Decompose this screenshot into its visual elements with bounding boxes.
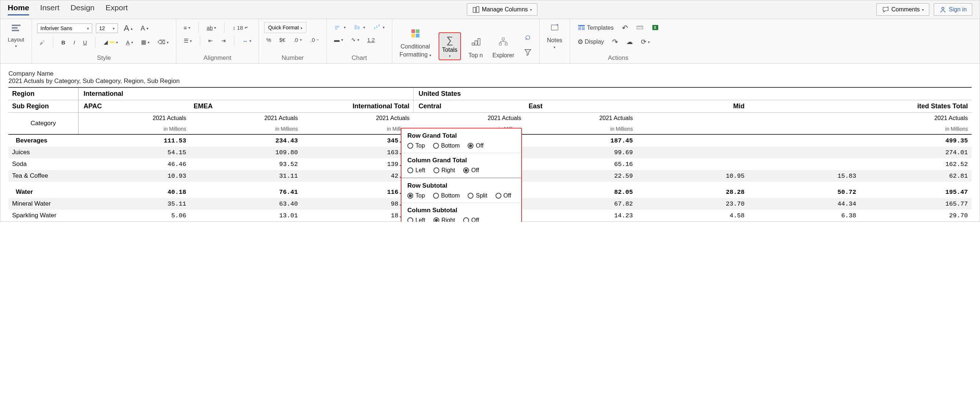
indent-button[interactable]: ⇥ xyxy=(219,36,228,46)
tab-home[interactable]: Home xyxy=(8,3,29,16)
cloud-button[interactable]: ☁ xyxy=(624,36,635,48)
font-family-select[interactable]: Inforiver Sans▾ xyxy=(37,24,92,33)
horizontal-align-button[interactable]: ≡▾ xyxy=(181,23,192,32)
header-east[interactable]: East xyxy=(525,100,636,113)
percent-button[interactable]: % xyxy=(264,35,273,44)
inc-dec-icon: .0 xyxy=(293,37,298,43)
italic-button[interactable]: I xyxy=(71,38,77,47)
cell-value: 116.58 xyxy=(302,182,413,198)
notes-button[interactable]: + Notes ▾ xyxy=(545,22,565,51)
redo-button[interactable]: ↷ xyxy=(610,36,620,48)
header-central[interactable]: Central xyxy=(413,100,525,113)
ruler-button[interactable] xyxy=(634,22,646,34)
row-grand-top-option[interactable]: Top xyxy=(407,143,425,149)
cell-value: 109.80 xyxy=(190,146,302,158)
clear-button[interactable]: ⌫▾ xyxy=(155,38,171,47)
cell-value: 165.77 xyxy=(860,198,972,210)
header-apac[interactable]: APAC xyxy=(78,100,190,113)
topn-label: Top n xyxy=(468,52,483,59)
svg-text:+: + xyxy=(556,24,558,27)
metric-label: 2021 Actuals xyxy=(413,113,525,124)
kpi-button[interactable]: 1.2 xyxy=(365,35,377,44)
header-emea[interactable]: EMEA xyxy=(190,100,302,113)
cell-value: 28.28 xyxy=(636,182,748,198)
col-grand-right-option[interactable]: Right xyxy=(433,167,455,174)
cell-value: 5.06 xyxy=(78,210,190,221)
display-label: Display xyxy=(585,38,604,45)
row-sub-off-option[interactable]: Off xyxy=(495,192,511,199)
decrease-decimal-button[interactable]: .0− xyxy=(308,35,321,44)
svg-rect-9 xyxy=(355,25,357,29)
quick-format-button[interactable]: Quick Format ▾ xyxy=(264,22,306,33)
bullet-chart-button[interactable]: ▬▾ xyxy=(332,35,345,44)
font-color-button[interactable]: A▾ xyxy=(124,38,135,47)
excel-export-button[interactable]: X xyxy=(649,22,661,34)
filter-button[interactable] xyxy=(522,46,534,60)
font-grow-icon: A xyxy=(124,24,129,33)
header-intl-total[interactable]: International Total xyxy=(302,100,413,113)
vertical-align-button[interactable]: ☰▾ xyxy=(181,36,194,46)
row-grand-bottom-option[interactable]: Bottom xyxy=(433,143,460,149)
tab-export[interactable]: Export xyxy=(105,3,128,14)
spark-button[interactable]: ∿▾ xyxy=(349,35,361,44)
bar-chart-button[interactable]: ▾ xyxy=(332,22,348,33)
col-sub-right-option[interactable]: Right xyxy=(433,217,455,222)
increase-decimal-button[interactable]: .0+ xyxy=(291,35,304,44)
bold-button[interactable]: B xyxy=(59,38,68,47)
font-grow-button[interactable]: A▴ xyxy=(122,22,135,35)
search-button[interactable]: ⌕ xyxy=(523,29,533,44)
topn-button[interactable]: Top n xyxy=(466,51,485,60)
col-sub-left-option[interactable]: Left xyxy=(407,217,425,222)
cell-value: 195.47 xyxy=(860,182,972,198)
explorer-button[interactable]: Explorer xyxy=(490,51,517,60)
row-sub-bottom-option[interactable]: Bottom xyxy=(433,192,460,199)
header-international[interactable]: International xyxy=(78,87,413,100)
row-grand-off-option[interactable]: Off xyxy=(468,143,484,149)
templates-button[interactable]: Templates xyxy=(575,23,616,33)
underline-button[interactable]: U xyxy=(81,38,89,47)
text-case-button[interactable]: ab▾ xyxy=(205,23,218,32)
fill-color-button[interactable]: ◢▾ xyxy=(101,38,120,47)
cell-value: 65.16 xyxy=(525,158,636,170)
currency-button[interactable]: $€ xyxy=(277,35,288,44)
display-button[interactable]: ⚙ Display xyxy=(575,36,606,48)
col-sub-off-option[interactable]: Off xyxy=(463,217,479,222)
refresh-button[interactable]: ⟳▾ xyxy=(639,36,652,48)
layout-button[interactable]: Layout ▾ xyxy=(5,22,27,49)
totals-button[interactable]: ∑ Totals ▾ xyxy=(439,32,461,60)
row-label: Tea & Coffee xyxy=(8,170,78,182)
layout-icon xyxy=(11,24,21,35)
svg-rect-4 xyxy=(12,25,21,26)
row-sub-split-option[interactable]: Split xyxy=(468,192,487,199)
font-size-select[interactable]: 12▾ xyxy=(96,24,118,33)
undo-button[interactable]: ↶ xyxy=(620,22,630,34)
format-painter-button[interactable]: 🖌 xyxy=(37,38,47,47)
header-subregion[interactable]: Sub Region xyxy=(8,100,78,113)
font-shrink-button[interactable]: A▾ xyxy=(138,23,151,34)
signin-button[interactable]: Sign in xyxy=(934,3,972,16)
svg-point-3 xyxy=(942,7,944,10)
header-midwest[interactable]: Mid xyxy=(636,100,748,113)
header-us-total[interactable]: ited States Total xyxy=(860,100,972,113)
header-region[interactable]: Region xyxy=(8,87,78,100)
waterfall-chart-button[interactable]: ▾ xyxy=(371,22,387,33)
col-grand-left-option[interactable]: Left xyxy=(407,167,425,174)
line-spacing-button[interactable]: ↕ 18 ▴▾ xyxy=(230,23,250,32)
col-grand-off-option[interactable]: Off xyxy=(463,167,479,174)
row-sub-top-option[interactable]: Top xyxy=(407,192,425,199)
columns-icon xyxy=(473,6,480,13)
borders-button[interactable]: ▦▾ xyxy=(139,38,152,47)
outdent-button[interactable]: ⇤ xyxy=(206,36,215,46)
svg-rect-12 xyxy=(376,26,378,28)
manage-columns-button[interactable]: Manage Columns ▾ xyxy=(467,3,538,16)
autofit-button[interactable]: ↔▾ xyxy=(240,36,253,46)
tab-insert[interactable]: Insert xyxy=(40,3,59,14)
bar-chart-icon xyxy=(334,24,342,31)
tab-design[interactable]: Design xyxy=(70,3,94,14)
stack-chart-button[interactable]: ▾ xyxy=(352,22,368,33)
conditional-formatting-button[interactable]: Conditional Formatting ▾ xyxy=(398,42,433,60)
comments-button[interactable]: + Comments ▾ xyxy=(877,3,929,16)
header-united-states[interactable]: United States xyxy=(413,87,972,100)
cell-value: 139.98 xyxy=(302,158,413,170)
header-category[interactable]: Category xyxy=(8,113,78,135)
